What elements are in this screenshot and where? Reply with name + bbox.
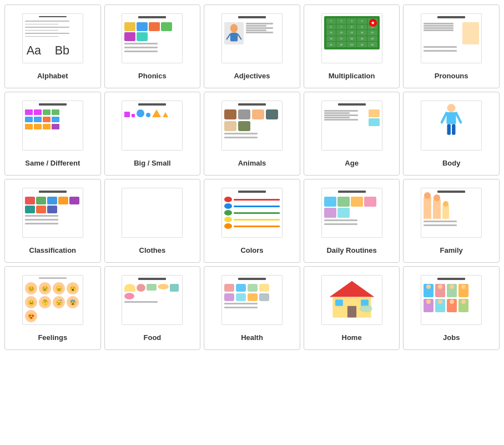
card-food[interactable]: Food bbox=[104, 266, 201, 350]
card-label-body: Body bbox=[442, 159, 461, 167]
card-label-daily-routines: Daily Routines bbox=[326, 246, 376, 254]
card-classification[interactable]: Classification bbox=[4, 179, 101, 263]
card-pronouns[interactable]: Pronouns bbox=[403, 4, 500, 88]
card-image-age bbox=[316, 98, 388, 153]
card-clothes[interactable]: Clothes bbox=[104, 179, 201, 263]
card-image-feelings: 😊 😢 😠 😮 😐 🤔 😴 bbox=[17, 272, 89, 328]
card-image-family bbox=[415, 185, 487, 241]
card-same-different[interactable]: Same / Different bbox=[4, 92, 101, 176]
card-image-pronouns bbox=[415, 11, 487, 66]
category-grid: Aa Bb Alphabet Phonics bbox=[4, 4, 500, 350]
svg-text:Aa: Aa bbox=[26, 43, 41, 57]
svg-line-9 bbox=[456, 113, 461, 122]
card-colors[interactable]: Colors bbox=[204, 179, 300, 263]
card-alphabet[interactable]: Aa Bb Alphabet bbox=[4, 4, 101, 88]
card-home[interactable]: Home bbox=[304, 266, 400, 350]
card-image-phonics bbox=[116, 11, 188, 66]
card-label-age: Age bbox=[345, 159, 359, 167]
card-animals[interactable]: Animals bbox=[204, 92, 300, 176]
card-health[interactable]: Health bbox=[204, 266, 300, 350]
card-image-colors bbox=[216, 185, 288, 241]
card-label-clothes: Clothes bbox=[139, 246, 166, 254]
card-label-family: Family bbox=[440, 246, 463, 254]
svg-rect-3 bbox=[230, 33, 238, 42]
card-multiplication[interactable]: 1234567891011121314151617181920212223242… bbox=[304, 4, 400, 88]
card-image-multiplication: 1234567891011121314151617181920212223242… bbox=[316, 11, 388, 66]
card-body[interactable]: Body bbox=[403, 92, 500, 176]
card-image-adjectives bbox=[216, 11, 288, 66]
svg-line-8 bbox=[442, 113, 447, 122]
card-image-same-different bbox=[17, 98, 89, 153]
card-label-classification: Classification bbox=[29, 246, 77, 254]
card-image-classification bbox=[17, 185, 89, 241]
svg-marker-19 bbox=[329, 281, 374, 297]
card-label-adjectives: Adjectives bbox=[234, 72, 270, 80]
svg-text:Bb: Bb bbox=[55, 43, 69, 57]
svg-point-2 bbox=[230, 24, 238, 33]
card-image-home bbox=[316, 272, 388, 328]
svg-rect-11 bbox=[452, 124, 455, 135]
card-feelings[interactable]: 😊 😢 😠 😮 😐 🤔 😴 bbox=[4, 266, 101, 350]
card-daily-routines[interactable]: Daily Routines bbox=[304, 179, 400, 263]
card-phonics[interactable]: Phonics bbox=[104, 4, 201, 88]
card-image-daily-routines bbox=[316, 185, 388, 241]
card-image-alphabet: Aa Bb bbox=[17, 11, 89, 66]
card-label-home: Home bbox=[342, 333, 362, 342]
card-label-pronouns: Pronouns bbox=[435, 72, 468, 80]
svg-rect-7 bbox=[447, 112, 456, 124]
svg-line-5 bbox=[238, 34, 241, 39]
card-label-jobs: Jobs bbox=[443, 333, 460, 342]
card-image-animals bbox=[216, 98, 288, 153]
card-image-clothes bbox=[116, 185, 188, 241]
card-label-health: Health bbox=[241, 333, 263, 342]
card-big-small[interactable]: Big / Small bbox=[104, 92, 201, 176]
card-label-phonics: Phonics bbox=[138, 72, 167, 80]
card-label-animals: Animals bbox=[238, 159, 266, 167]
card-image-big-small bbox=[116, 98, 188, 153]
card-image-health bbox=[216, 272, 288, 328]
card-label-same-different: Same / Different bbox=[25, 159, 80, 167]
card-jobs[interactable]: Jobs bbox=[403, 266, 500, 350]
svg-rect-22 bbox=[335, 299, 343, 306]
card-image-jobs bbox=[415, 272, 487, 328]
card-label-feelings: Feelings bbox=[38, 333, 67, 342]
svg-point-24 bbox=[359, 304, 372, 312]
card-label-multiplication: Multiplication bbox=[329, 72, 375, 80]
card-label-big-small: Big / Small bbox=[134, 159, 170, 167]
card-label-alphabet: Alphabet bbox=[37, 72, 68, 80]
card-label-colors: Colors bbox=[240, 246, 263, 254]
card-adjectives[interactable]: Adjectives bbox=[204, 4, 300, 88]
card-age[interactable]: Age bbox=[304, 92, 400, 176]
svg-rect-21 bbox=[347, 306, 356, 318]
card-label-food: Food bbox=[144, 333, 162, 342]
svg-rect-10 bbox=[447, 124, 451, 135]
card-family[interactable]: Family bbox=[403, 179, 500, 263]
card-image-food bbox=[116, 272, 188, 328]
card-image-body bbox=[415, 98, 487, 153]
svg-point-6 bbox=[447, 104, 456, 112]
svg-line-4 bbox=[226, 34, 230, 39]
